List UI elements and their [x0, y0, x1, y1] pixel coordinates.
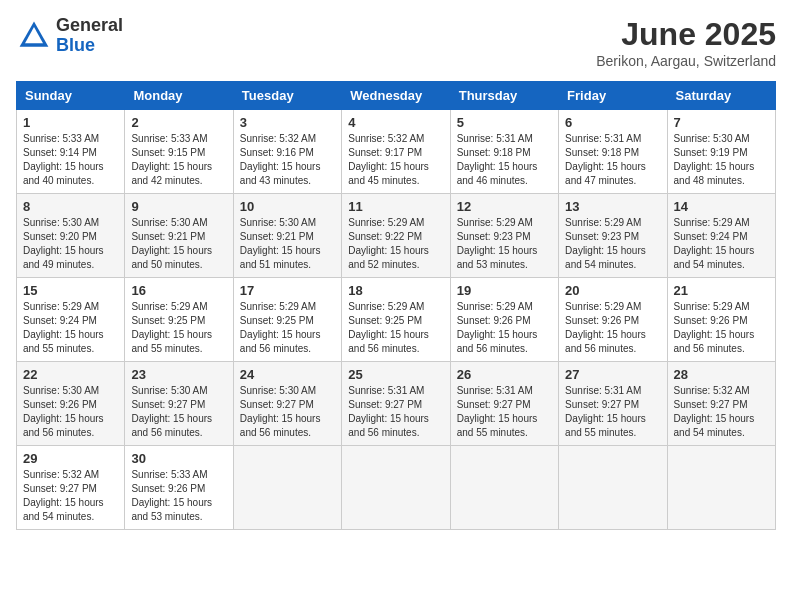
- col-header-sunday: Sunday: [17, 82, 125, 110]
- day-info: Sunrise: 5:30 AMSunset: 9:27 PMDaylight:…: [131, 384, 226, 440]
- day-info: Sunrise: 5:29 AMSunset: 9:24 PMDaylight:…: [674, 216, 769, 272]
- day-info: Sunrise: 5:29 AMSunset: 9:26 PMDaylight:…: [565, 300, 660, 356]
- day-info: Sunrise: 5:31 AMSunset: 9:27 PMDaylight:…: [565, 384, 660, 440]
- day-number: 26: [457, 367, 552, 382]
- day-number: 3: [240, 115, 335, 130]
- calendar-cell: 24Sunrise: 5:30 AMSunset: 9:27 PMDayligh…: [233, 362, 341, 446]
- calendar-cell: 6Sunrise: 5:31 AMSunset: 9:18 PMDaylight…: [559, 110, 667, 194]
- calendar-cell: 12Sunrise: 5:29 AMSunset: 9:23 PMDayligh…: [450, 194, 558, 278]
- logo-text: General Blue: [56, 16, 123, 56]
- calendar-cell: 22Sunrise: 5:30 AMSunset: 9:26 PMDayligh…: [17, 362, 125, 446]
- calendar-cell: [667, 446, 775, 530]
- day-info: Sunrise: 5:29 AMSunset: 9:23 PMDaylight:…: [457, 216, 552, 272]
- day-number: 17: [240, 283, 335, 298]
- day-number: 25: [348, 367, 443, 382]
- calendar-cell: [342, 446, 450, 530]
- day-info: Sunrise: 5:29 AMSunset: 9:24 PMDaylight:…: [23, 300, 118, 356]
- day-info: Sunrise: 5:30 AMSunset: 9:19 PMDaylight:…: [674, 132, 769, 188]
- col-header-saturday: Saturday: [667, 82, 775, 110]
- calendar-cell: 20Sunrise: 5:29 AMSunset: 9:26 PMDayligh…: [559, 278, 667, 362]
- calendar-cell: 23Sunrise: 5:30 AMSunset: 9:27 PMDayligh…: [125, 362, 233, 446]
- calendar-cell: 9Sunrise: 5:30 AMSunset: 9:21 PMDaylight…: [125, 194, 233, 278]
- calendar-header-row: SundayMondayTuesdayWednesdayThursdayFrid…: [17, 82, 776, 110]
- calendar-cell: 25Sunrise: 5:31 AMSunset: 9:27 PMDayligh…: [342, 362, 450, 446]
- calendar-cell: 21Sunrise: 5:29 AMSunset: 9:26 PMDayligh…: [667, 278, 775, 362]
- day-info: Sunrise: 5:29 AMSunset: 9:26 PMDaylight:…: [674, 300, 769, 356]
- day-info: Sunrise: 5:33 AMSunset: 9:15 PMDaylight:…: [131, 132, 226, 188]
- day-number: 4: [348, 115, 443, 130]
- day-number: 29: [23, 451, 118, 466]
- day-info: Sunrise: 5:30 AMSunset: 9:27 PMDaylight:…: [240, 384, 335, 440]
- day-number: 21: [674, 283, 769, 298]
- day-number: 7: [674, 115, 769, 130]
- day-info: Sunrise: 5:32 AMSunset: 9:27 PMDaylight:…: [674, 384, 769, 440]
- calendar-cell: 11Sunrise: 5:29 AMSunset: 9:22 PMDayligh…: [342, 194, 450, 278]
- day-info: Sunrise: 5:31 AMSunset: 9:18 PMDaylight:…: [565, 132, 660, 188]
- day-number: 28: [674, 367, 769, 382]
- calendar-cell: 8Sunrise: 5:30 AMSunset: 9:20 PMDaylight…: [17, 194, 125, 278]
- day-info: Sunrise: 5:29 AMSunset: 9:26 PMDaylight:…: [457, 300, 552, 356]
- day-number: 30: [131, 451, 226, 466]
- col-header-tuesday: Tuesday: [233, 82, 341, 110]
- calendar-cell: 3Sunrise: 5:32 AMSunset: 9:16 PMDaylight…: [233, 110, 341, 194]
- day-info: Sunrise: 5:33 AMSunset: 9:26 PMDaylight:…: [131, 468, 226, 524]
- day-info: Sunrise: 5:31 AMSunset: 9:18 PMDaylight:…: [457, 132, 552, 188]
- day-number: 11: [348, 199, 443, 214]
- day-number: 20: [565, 283, 660, 298]
- calendar-week-row: 8Sunrise: 5:30 AMSunset: 9:20 PMDaylight…: [17, 194, 776, 278]
- calendar-cell: 26Sunrise: 5:31 AMSunset: 9:27 PMDayligh…: [450, 362, 558, 446]
- calendar-week-row: 29Sunrise: 5:32 AMSunset: 9:27 PMDayligh…: [17, 446, 776, 530]
- calendar: SundayMondayTuesdayWednesdayThursdayFrid…: [16, 81, 776, 530]
- calendar-cell: 14Sunrise: 5:29 AMSunset: 9:24 PMDayligh…: [667, 194, 775, 278]
- day-info: Sunrise: 5:29 AMSunset: 9:22 PMDaylight:…: [348, 216, 443, 272]
- calendar-cell: 29Sunrise: 5:32 AMSunset: 9:27 PMDayligh…: [17, 446, 125, 530]
- day-info: Sunrise: 5:32 AMSunset: 9:27 PMDaylight:…: [23, 468, 118, 524]
- calendar-cell: [233, 446, 341, 530]
- calendar-cell: 10Sunrise: 5:30 AMSunset: 9:21 PMDayligh…: [233, 194, 341, 278]
- calendar-week-row: 22Sunrise: 5:30 AMSunset: 9:26 PMDayligh…: [17, 362, 776, 446]
- day-info: Sunrise: 5:30 AMSunset: 9:26 PMDaylight:…: [23, 384, 118, 440]
- logo-icon: [16, 18, 52, 54]
- calendar-cell: [559, 446, 667, 530]
- calendar-cell: 2Sunrise: 5:33 AMSunset: 9:15 PMDaylight…: [125, 110, 233, 194]
- calendar-cell: 15Sunrise: 5:29 AMSunset: 9:24 PMDayligh…: [17, 278, 125, 362]
- day-number: 27: [565, 367, 660, 382]
- day-info: Sunrise: 5:29 AMSunset: 9:25 PMDaylight:…: [348, 300, 443, 356]
- logo-blue: Blue: [56, 36, 123, 56]
- day-number: 24: [240, 367, 335, 382]
- day-number: 9: [131, 199, 226, 214]
- calendar-week-row: 1Sunrise: 5:33 AMSunset: 9:14 PMDaylight…: [17, 110, 776, 194]
- day-number: 15: [23, 283, 118, 298]
- day-number: 12: [457, 199, 552, 214]
- day-info: Sunrise: 5:32 AMSunset: 9:17 PMDaylight:…: [348, 132, 443, 188]
- logo: General Blue: [16, 16, 123, 56]
- calendar-cell: 4Sunrise: 5:32 AMSunset: 9:17 PMDaylight…: [342, 110, 450, 194]
- day-info: Sunrise: 5:31 AMSunset: 9:27 PMDaylight:…: [457, 384, 552, 440]
- col-header-monday: Monday: [125, 82, 233, 110]
- day-info: Sunrise: 5:29 AMSunset: 9:25 PMDaylight:…: [131, 300, 226, 356]
- day-info: Sunrise: 5:30 AMSunset: 9:21 PMDaylight:…: [240, 216, 335, 272]
- calendar-cell: 1Sunrise: 5:33 AMSunset: 9:14 PMDaylight…: [17, 110, 125, 194]
- day-info: Sunrise: 5:32 AMSunset: 9:16 PMDaylight:…: [240, 132, 335, 188]
- calendar-cell: 30Sunrise: 5:33 AMSunset: 9:26 PMDayligh…: [125, 446, 233, 530]
- page-header: General Blue June 2025 Berikon, Aargau, …: [16, 16, 776, 69]
- day-number: 10: [240, 199, 335, 214]
- day-number: 13: [565, 199, 660, 214]
- title-block: June 2025 Berikon, Aargau, Switzerland: [596, 16, 776, 69]
- calendar-cell: [450, 446, 558, 530]
- col-header-wednesday: Wednesday: [342, 82, 450, 110]
- calendar-cell: 18Sunrise: 5:29 AMSunset: 9:25 PMDayligh…: [342, 278, 450, 362]
- day-number: 19: [457, 283, 552, 298]
- day-info: Sunrise: 5:30 AMSunset: 9:21 PMDaylight:…: [131, 216, 226, 272]
- logo-general: General: [56, 16, 123, 36]
- day-info: Sunrise: 5:30 AMSunset: 9:20 PMDaylight:…: [23, 216, 118, 272]
- day-info: Sunrise: 5:33 AMSunset: 9:14 PMDaylight:…: [23, 132, 118, 188]
- day-number: 14: [674, 199, 769, 214]
- day-number: 16: [131, 283, 226, 298]
- calendar-cell: 7Sunrise: 5:30 AMSunset: 9:19 PMDaylight…: [667, 110, 775, 194]
- col-header-thursday: Thursday: [450, 82, 558, 110]
- day-info: Sunrise: 5:29 AMSunset: 9:25 PMDaylight:…: [240, 300, 335, 356]
- calendar-cell: 19Sunrise: 5:29 AMSunset: 9:26 PMDayligh…: [450, 278, 558, 362]
- calendar-cell: 27Sunrise: 5:31 AMSunset: 9:27 PMDayligh…: [559, 362, 667, 446]
- day-number: 22: [23, 367, 118, 382]
